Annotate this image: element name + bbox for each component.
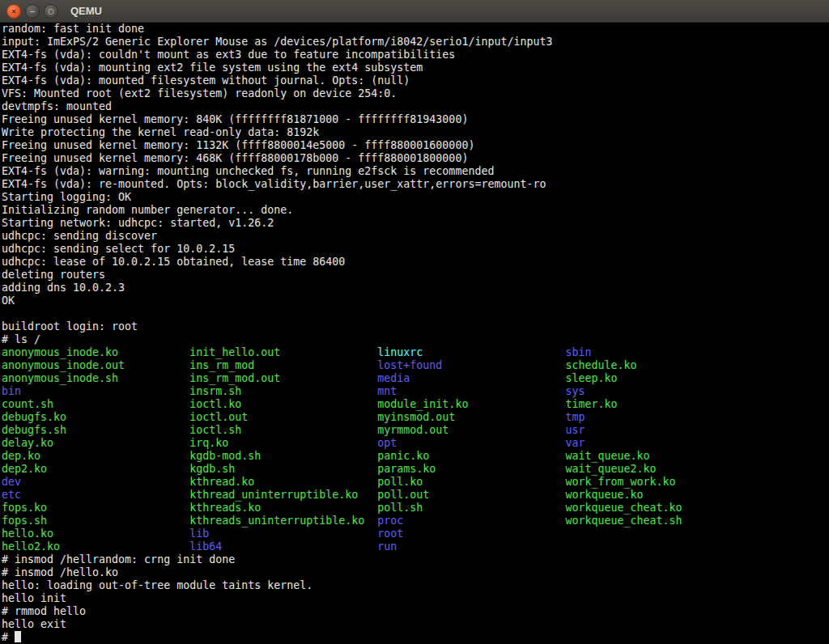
titlebar[interactable]: ✕ – ▢ QEMU — [0, 0, 829, 23]
terminal-line: Starting logging: OK — [2, 191, 829, 204]
file-entry: insrm.sh — [189, 385, 377, 398]
terminal-line: udhcpc: lease of 10.0.2.15 obtained, lea… — [2, 256, 829, 269]
file-entry: root — [377, 527, 565, 540]
close-button[interactable]: ✕ — [6, 4, 21, 19]
file-entry: opt — [377, 437, 565, 450]
terminal-line: EXT4-fs (vda): mounting ext2 file system… — [2, 61, 829, 74]
file-entry: fops.sh — [2, 515, 189, 527]
file-entry: sys — [565, 385, 753, 398]
terminal-line: Freeing unused kernel memory: 1132K (fff… — [2, 139, 829, 152]
file-entry: sbin — [565, 346, 753, 359]
file-entry: usr — [565, 424, 753, 437]
terminal-line: buildroot login: root — [2, 320, 829, 333]
ls-output-row: hello.kolibroot — [2, 527, 829, 540]
terminal-screen[interactable]: random: fast init doneinput: ImExPS/2 Ge… — [0, 23, 829, 644]
ls-output-row: anonymous_inode.outins_rm_modlost+founds… — [2, 359, 829, 372]
maximize-icon: ▢ — [49, 7, 53, 15]
ls-output-row: fops.kokthreads.kopoll.shworkqueue_cheat… — [2, 502, 829, 515]
file-entry: ioctl.out — [189, 411, 377, 424]
terminal-line: # insmod /hellrandom: crng init done — [2, 553, 829, 566]
file-entry: schedule.ko — [565, 359, 753, 372]
terminal-line: Freeing unused kernel memory: 840K (ffff… — [2, 113, 829, 126]
file-entry: kthreads_uninterruptible.ko — [189, 515, 377, 527]
terminal-line: devtmpfs: mounted — [2, 100, 829, 113]
terminal-line: random: fast init done — [2, 23, 829, 36]
terminal-line — [2, 307, 829, 320]
terminal-line: hello init — [2, 592, 829, 605]
close-icon: ✕ — [11, 7, 16, 15]
file-entry: myrmmod.out — [377, 424, 565, 437]
file-entry: count.sh — [2, 398, 189, 411]
file-entry: module_init.ko — [377, 398, 565, 411]
ls-output-row: dep.kokgdb-mod.shpanic.kowait_queue.ko — [2, 450, 829, 463]
terminal-line: EXT4-fs (vda): mounted filesystem withou… — [2, 74, 829, 87]
file-entry: lost+found — [377, 359, 565, 372]
file-entry: linuxrc — [377, 346, 565, 359]
ls-output-row: fops.shkthreads_uninterruptible.koprocwo… — [2, 515, 829, 527]
file-entry: bin — [2, 385, 189, 398]
window-title: QEMU — [70, 5, 102, 17]
terminal-line: hello: loading out-of-tree module taints… — [2, 579, 829, 592]
ls-output-row: anonymous_inode.shins_rm_mod.outmediasle… — [2, 372, 829, 385]
terminal-prompt-line: # ls / — [2, 333, 829, 346]
qemu-window: ✕ – ▢ QEMU random: fast init doneinput: … — [0, 0, 829, 644]
file-entry: mnt — [377, 385, 565, 398]
terminal-line: deleting routers — [2, 269, 829, 282]
terminal-line: hello exit — [2, 618, 829, 631]
file-entry: kthreads.ko — [189, 502, 377, 515]
file-entry: hello2.ko — [2, 540, 189, 553]
file-entry: anonymous_inode.ko — [2, 346, 189, 359]
ls-output-row: count.shioctl.komodule_init.kotimer.ko — [2, 398, 829, 411]
file-entry: lib64 — [189, 540, 377, 553]
terminal-line: input: ImExPS/2 Generic Explorer Mouse a… — [2, 36, 829, 49]
file-entry: lib — [189, 527, 377, 540]
file-entry: panic.ko — [377, 450, 565, 463]
file-entry: proc — [377, 515, 565, 527]
file-entry: irq.ko — [189, 437, 377, 450]
file-entry: etc — [2, 489, 189, 502]
file-entry: dep2.ko — [2, 463, 189, 476]
file-entry: anonymous_inode.sh — [2, 372, 189, 385]
file-entry: anonymous_inode.out — [2, 359, 189, 372]
file-entry: ins_rm_mod — [189, 359, 377, 372]
file-entry: workqueue_cheat.ko — [565, 502, 753, 515]
file-entry: params.ko — [377, 463, 565, 476]
file-entry: wait_queue2.ko — [565, 463, 753, 476]
file-entry: fops.ko — [2, 502, 189, 515]
file-entry: kgdb-mod.sh — [189, 450, 377, 463]
ls-output-row: anonymous_inode.koinit_hello.outlinuxrcs… — [2, 346, 829, 359]
ls-output-row: debugfs.koioctl.outmyinsmod.outtmp — [2, 411, 829, 424]
terminal-cursor — [15, 631, 21, 642]
file-entry: media — [377, 372, 565, 385]
file-entry: kgdb.sh — [189, 463, 377, 476]
terminal-line: EXT4-fs (vda): warning: mounting uncheck… — [2, 165, 829, 178]
ls-output-row: devkthread.kopoll.kowork_from_work.ko — [2, 476, 829, 489]
terminal-line: # insmod /hello.ko — [2, 566, 829, 579]
file-entry: sleep.ko — [565, 372, 753, 385]
file-entry: dev — [2, 476, 189, 489]
file-entry: ins_rm_mod.out — [189, 372, 377, 385]
ls-output-row: dep2.kokgdb.shparams.kowait_queue2.ko — [2, 463, 829, 476]
file-entry: var — [565, 437, 753, 450]
terminal-line: EXT4-fs (vda): couldn't mount as ext3 du… — [2, 49, 829, 61]
terminal-line: udhcpc: sending select for 10.0.2.15 — [2, 243, 829, 256]
maximize-button[interactable]: ▢ — [44, 4, 58, 19]
file-entry: work_from_work.ko — [565, 476, 753, 489]
file-entry: myinsmod.out — [377, 411, 565, 424]
file-entry: wait_queue.ko — [565, 450, 753, 463]
terminal-line: Write protecting the kernel read-only da… — [2, 126, 829, 139]
terminal-line: adding dns 10.0.2.3 — [2, 282, 829, 294]
file-entry: debugfs.ko — [2, 411, 189, 424]
file-entry: workqueue.ko — [565, 489, 753, 502]
file-entry: timer.ko — [565, 398, 753, 411]
minimize-button[interactable]: – — [25, 4, 40, 19]
terminal-line: udhcpc: sending discover — [2, 230, 829, 243]
terminal-line: Starting network: udhcpc: started, v1.26… — [2, 217, 829, 230]
terminal-line: Initializing random number generator... … — [2, 204, 829, 217]
file-entry: poll.ko — [377, 476, 565, 489]
file-entry: delay.ko — [2, 437, 189, 450]
file-entry: run — [377, 540, 565, 553]
file-entry: dep.ko — [2, 450, 189, 463]
ls-output-row: hello2.kolib64run — [2, 540, 829, 553]
file-entry: debugfs.sh — [2, 424, 189, 437]
